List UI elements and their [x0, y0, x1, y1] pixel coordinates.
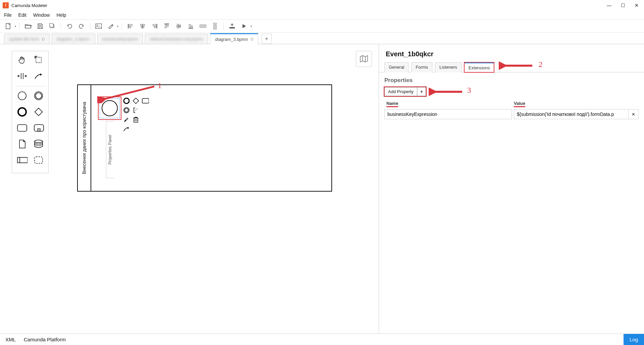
align-top-button[interactable]: [162, 21, 172, 31]
subprocess-icon[interactable]: [34, 123, 44, 133]
hand-tool-icon[interactable]: [17, 55, 27, 65]
svg-rect-21: [200, 25, 201, 27]
distribute-horizontal-button[interactable]: [198, 21, 208, 31]
window-close-icon[interactable]: ✕: [635, 3, 639, 8]
annotation-number-3: 3: [467, 86, 471, 95]
delete-property-button[interactable]: ✕: [629, 109, 639, 119]
toolbar: ▾ ▾ ▾: [0, 19, 644, 33]
deploy-button[interactable]: [227, 21, 237, 31]
start-event-icon[interactable]: [17, 90, 27, 101]
append-task-icon[interactable]: [142, 97, 149, 105]
data-store-icon[interactable]: [33, 139, 44, 149]
start-event-circle-icon: [102, 100, 118, 116]
end-event-icon[interactable]: [17, 107, 27, 117]
log-button[interactable]: Log: [624, 334, 644, 345]
svg-rect-42: [17, 157, 28, 163]
file-tab-active[interactable]: diagram_3.bpmn: [210, 33, 258, 44]
menu-help[interactable]: Help: [56, 12, 66, 18]
property-name-input[interactable]: [384, 109, 512, 119]
status-bar: XML Camunda Platform Log: [0, 334, 644, 345]
annotation-arrow-3: [429, 88, 466, 96]
svg-rect-46: [133, 98, 139, 104]
distribute-vertical-button[interactable]: [210, 21, 220, 31]
tab-listeners[interactable]: Listeners: [435, 62, 462, 72]
pool-icon[interactable]: [17, 155, 28, 165]
dirty-indicator-icon: [251, 38, 253, 41]
lane-label[interactable]: Внесення даних про користувача: [78, 85, 91, 191]
svg-rect-27: [229, 27, 235, 28]
svg-rect-25: [214, 25, 216, 27]
gateway-icon[interactable]: [33, 107, 44, 117]
svg-rect-13: [165, 24, 166, 28]
align-right-button[interactable]: [150, 21, 160, 31]
connect-icon[interactable]: [123, 125, 130, 133]
trash-icon[interactable]: [132, 116, 140, 123]
diagram-canvas[interactable]: Внесення даних про користувача: [0, 44, 379, 334]
svg-rect-26: [214, 28, 216, 29]
intermediate-event-icon[interactable]: [33, 90, 44, 101]
add-tab-button[interactable]: +: [262, 34, 272, 44]
chevron-down-icon[interactable]: ▾: [15, 25, 16, 28]
column-header-name: Name: [386, 101, 398, 107]
wrench-icon[interactable]: [123, 116, 130, 123]
svg-rect-11: [154, 26, 156, 28]
menu-file[interactable]: File: [4, 12, 12, 18]
selected-start-event[interactable]: [98, 96, 121, 120]
menu-window[interactable]: Window: [33, 12, 50, 18]
file-tab[interactable]: diagram_1.bpmn: [52, 34, 95, 44]
align-middle-button[interactable]: [174, 21, 184, 31]
svg-rect-24: [214, 23, 216, 24]
run-button[interactable]: [239, 21, 249, 31]
file-tab[interactable]: businesskey.bpmn: [97, 34, 143, 44]
menubar: File Edit Window Help: [0, 11, 644, 19]
redo-button[interactable]: [76, 21, 87, 31]
new-file-button[interactable]: [3, 21, 13, 31]
minimap-toggle-button[interactable]: [356, 51, 372, 67]
titlebar: ! Camunda Modeler — ☐ ✕: [0, 0, 644, 11]
append-intermediate-event-icon[interactable]: [123, 107, 130, 114]
svg-rect-22: [202, 25, 204, 27]
properties-panel-handle[interactable]: Properties Panel: [106, 121, 114, 178]
status-platform[interactable]: Camunda Platform: [24, 337, 66, 342]
element-palette: [12, 51, 49, 173]
open-file-button[interactable]: [23, 21, 33, 31]
data-object-icon[interactable]: [17, 139, 27, 149]
property-value-input[interactable]: [514, 109, 629, 119]
app-title: Camunda Modeler: [11, 3, 47, 8]
append-gateway-icon[interactable]: [132, 97, 140, 105]
file-tab[interactable]: update file form: [4, 34, 50, 44]
bpmn-pool[interactable]: Внесення даних про користувача: [77, 84, 332, 192]
align-center-button[interactable]: [138, 21, 148, 31]
space-tool-icon[interactable]: [17, 71, 27, 81]
svg-rect-36: [17, 125, 27, 131]
window-minimize-icon[interactable]: —: [607, 3, 611, 8]
align-left-button[interactable]: [125, 21, 136, 31]
svg-point-31: [18, 92, 26, 100]
chevron-down-icon[interactable]: ▾: [117, 25, 118, 28]
tab-general[interactable]: General: [384, 62, 409, 72]
chevron-down-icon[interactable]: ▾: [251, 25, 252, 28]
tab-forms[interactable]: Forms: [411, 62, 432, 72]
save-button[interactable]: [35, 21, 45, 31]
group-icon[interactable]: [34, 155, 44, 165]
save-all-button[interactable]: [47, 21, 57, 31]
connect-tool-icon[interactable]: [33, 71, 44, 81]
task-icon[interactable]: [17, 123, 28, 133]
status-xml-tab[interactable]: XML: [5, 337, 16, 342]
window-maximize-icon[interactable]: ☐: [621, 3, 625, 8]
append-end-event-icon[interactable]: [123, 97, 130, 105]
image-button[interactable]: [94, 21, 104, 31]
annotation-icon[interactable]: [132, 107, 140, 114]
lasso-tool-icon[interactable]: [33, 55, 44, 65]
tab-extensions[interactable]: Extensions: [464, 62, 494, 72]
svg-point-34: [18, 108, 26, 116]
menu-edit[interactable]: Edit: [18, 12, 26, 18]
undo-button[interactable]: [64, 21, 74, 31]
svg-point-45: [124, 98, 129, 104]
add-property-button[interactable]: Add Property +: [384, 87, 426, 96]
align-bottom-button[interactable]: [186, 21, 196, 31]
file-tab[interactable]: defined-business-key.bpmn: [145, 34, 208, 44]
properties-panel: Event_1b0qkcr General Forms Listeners Ex…: [379, 44, 644, 334]
property-row: ✕: [384, 109, 639, 119]
color-button[interactable]: [106, 21, 116, 31]
